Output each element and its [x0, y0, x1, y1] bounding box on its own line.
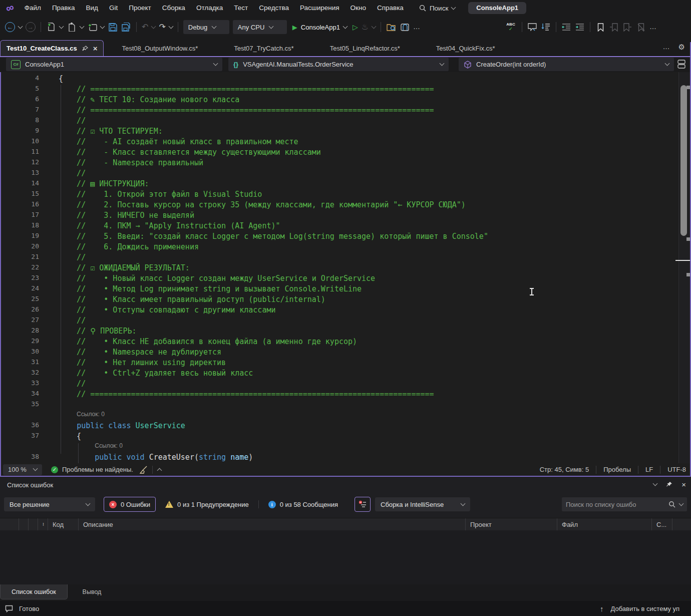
document-list-icon[interactable]: … [663, 46, 670, 49]
column-header-[interactable]: Файл [557, 518, 652, 530]
decrease-indent-icon[interactable] [561, 22, 571, 32]
whitespace-mode[interactable]: Пробелы [603, 466, 631, 473]
column-header-blank[interactable] [0, 518, 19, 530]
panel-tab-1[interactable]: Вывод [68, 584, 117, 599]
menu-item-8[interactable]: Средства [253, 0, 294, 16]
line-number[interactable]: 7 [0, 106, 39, 116]
code-line[interactable]: 16 // 2. Поставь курсор на строку 35 (ме… [0, 200, 691, 211]
line-number[interactable]: 29 [0, 337, 39, 348]
code-line[interactable]: 28 // ⚲ ПРОВЕРЬ: [0, 327, 691, 337]
line-number[interactable]: 17 [0, 211, 39, 221]
codelens-row[interactable]: Ссылок: 0 [0, 442, 691, 453]
chevron-down-icon[interactable] [18, 24, 23, 29]
line-number[interactable]: 21 [0, 253, 39, 263]
code-line[interactable]: 35 [0, 400, 691, 411]
clear-bookmarks-icon[interactable] [636, 22, 646, 32]
chevron-down-icon[interactable] [168, 24, 173, 29]
health-label[interactable]: Проблемы не найдены. [62, 466, 133, 473]
chevron-up-icon[interactable] [157, 468, 162, 473]
errors-filter-button[interactable]: × 0 Ошибки [104, 497, 156, 512]
panel-tab-0[interactable]: Список ошибок [0, 584, 68, 599]
chevron-down-icon[interactable] [100, 24, 105, 29]
encoding[interactable]: UTF-8 [667, 466, 686, 473]
redo-icon[interactable]: ↷ [159, 23, 165, 31]
chevron-down-icon[interactable] [80, 24, 85, 29]
code-line[interactable]: 30 // • Namespace не дублируется [0, 348, 691, 358]
breadcrumb-project-dropdown[interactable]: C# ConsoleApp1 [6, 58, 222, 71]
code-line[interactable]: 33 // [0, 379, 691, 390]
scrollbar-thumb[interactable] [680, 85, 687, 236]
breadcrumb-member-dropdown[interactable]: CreateOrder(int orderId) [459, 58, 674, 71]
menu-item-6[interactable]: Отладка [191, 0, 228, 16]
line-number[interactable]: 25 [0, 295, 39, 305]
codelens-references[interactable]: Ссылок: 0 [39, 411, 105, 421]
code-line[interactable]: 38 public void CreateUser(string name) [0, 453, 691, 463]
line-number[interactable]: 28 [0, 327, 39, 337]
code-line[interactable]: 17 // 3. НИЧЕГО не выделяй [0, 211, 691, 221]
search-icon[interactable] [668, 501, 675, 508]
error-table-body[interactable] [0, 530, 691, 584]
column-header-blank[interactable] [19, 518, 29, 530]
solution-explorer-icon[interactable] [400, 22, 410, 32]
line-number[interactable]: 5 [0, 85, 39, 95]
line-number[interactable]: 22 [0, 263, 39, 274]
next-bookmark-icon[interactable] [622, 22, 632, 32]
close-icon[interactable]: × [681, 481, 686, 488]
code-line[interactable]: 34 // ==================================… [0, 390, 691, 400]
code-line[interactable]: 8 // [0, 116, 691, 127]
line-number[interactable]: 26 [0, 305, 39, 316]
gear-icon[interactable]: ⚙ [678, 43, 685, 51]
code-line[interactable]: 19 // 5. Введи: "создай класс Logger с м… [0, 232, 691, 242]
menu-item-4[interactable]: Проект [123, 0, 156, 16]
menu-item-0[interactable]: Файл [19, 0, 47, 16]
editor-scrollbar[interactable] [678, 72, 691, 463]
toggle-bookmark-icon[interactable] [595, 22, 605, 32]
line-number[interactable]: 6 [0, 95, 39, 106]
column-header-blank[interactable] [672, 518, 691, 530]
code-line[interactable]: 6 // ✎ ТЕСТ 10: Создание нового класса [0, 95, 691, 106]
platform-dropdown[interactable]: Any CPU [233, 20, 287, 34]
line-number[interactable]: 23 [0, 274, 39, 284]
configuration-dropdown[interactable]: Debug [183, 20, 229, 34]
navigate-back-icon[interactable]: ← [5, 22, 15, 32]
new-project-icon[interactable] [46, 22, 56, 32]
chevron-down-icon[interactable] [679, 501, 684, 506]
line-number[interactable]: 18 [0, 221, 39, 232]
line-number[interactable]: 33 [0, 379, 39, 390]
line-number[interactable]: 32 [0, 369, 39, 379]
chevron-down-icon[interactable] [59, 24, 64, 29]
overflow-icon[interactable]: … [649, 26, 657, 29]
code-line[interactable]: 10 // - AI создаёт новый класс в правиль… [0, 137, 691, 148]
line-number[interactable]: 24 [0, 284, 39, 295]
increase-indent-icon[interactable] [575, 22, 585, 32]
line-number[interactable]: 10 [0, 137, 39, 148]
line-number[interactable]: 34 [0, 390, 39, 400]
menu-item-7[interactable]: Тест [228, 0, 253, 16]
line-number[interactable]: 13 [0, 169, 39, 179]
zoom-dropdown[interactable]: 100 % [3, 464, 42, 475]
code-cleanup-icon[interactable] [138, 465, 148, 475]
line-number[interactable]: 37 [0, 432, 39, 442]
toggle-comment-icon[interactable] [527, 22, 537, 32]
code-line[interactable]: 24 // • Метод Log принимает string и выз… [0, 284, 691, 295]
code-line[interactable]: 14 // ▤ ИНСТРУКЦИЯ: [0, 179, 691, 190]
line-number[interactable]: 11 [0, 148, 39, 158]
code-line[interactable]: 11 // - Класс вставляется между существу… [0, 148, 691, 158]
undo-icon[interactable]: ↶ [142, 23, 148, 31]
line-number[interactable]: 9 [0, 127, 39, 137]
save-icon[interactable] [108, 22, 118, 32]
menu-item-5[interactable]: Сборка [157, 0, 191, 16]
line-number[interactable]: 27 [0, 316, 39, 327]
line-number[interactable]: 16 [0, 200, 39, 211]
menu-item-10[interactable]: Окно [345, 0, 372, 16]
new-file-icon[interactable] [67, 22, 77, 32]
line-number[interactable]: 30 [0, 348, 39, 358]
menu-item-3[interactable]: Git [104, 0, 123, 16]
menu-item-1[interactable]: Правка [47, 0, 81, 16]
code-line[interactable]: 36 public class UserService [0, 421, 691, 432]
add-to-source-control-button[interactable]: ↑ Добавить в систему уп [600, 601, 691, 616]
line-number[interactable]: 36 [0, 421, 39, 432]
add-item-icon[interactable] [87, 22, 97, 32]
tab-1[interactable]: Test08_OutputWindow.cs* [104, 41, 216, 56]
save-all-icon[interactable] [121, 22, 131, 32]
